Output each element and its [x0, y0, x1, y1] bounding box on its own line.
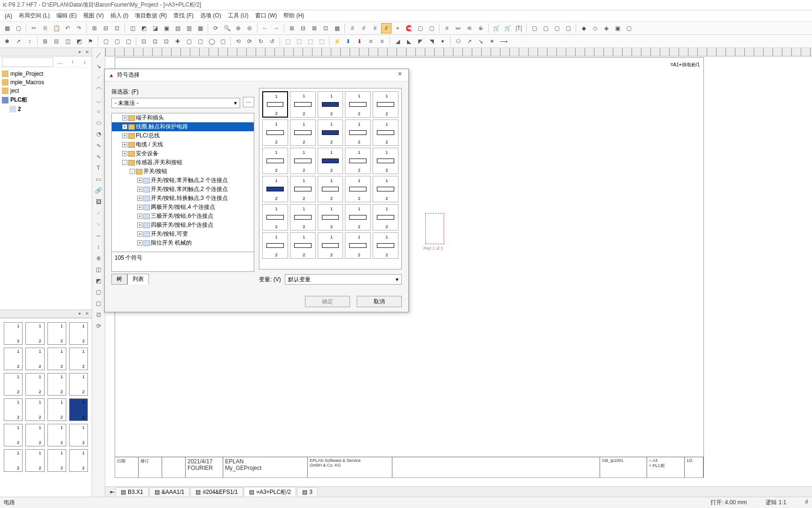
tool-icon[interactable]: ◫	[94, 264, 104, 275]
link-icon[interactable]: 🔗	[94, 185, 104, 196]
tab-list[interactable]: 列表	[127, 274, 149, 285]
person-icon[interactable]: ⚇	[453, 36, 463, 47]
symbol-preview-cell[interactable]: 12	[262, 176, 288, 202]
dialog-titlebar[interactable]: ▲ 符号选择 ✕	[105, 69, 408, 81]
image-icon[interactable]: 🖼	[94, 197, 104, 207]
tool-icon[interactable]: ⊕	[94, 253, 104, 263]
tool-icon[interactable]: ▣	[612, 23, 623, 33]
expand-icon[interactable]: -	[122, 160, 127, 165]
undo-icon[interactable]: ↶	[62, 23, 73, 33]
palette-symbol[interactable]: 12	[4, 348, 23, 370]
tool-icon[interactable]: ◫	[127, 23, 138, 33]
pin-icon[interactable]: ▾	[77, 311, 82, 317]
expand-icon[interactable]: +	[137, 196, 142, 201]
expand-icon[interactable]: +	[122, 151, 127, 156]
expand-icon[interactable]: +	[122, 115, 127, 120]
redo-icon[interactable]: ↷	[74, 23, 84, 33]
tool-icon[interactable]: ▢	[101, 36, 111, 47]
tool-icon[interactable]: ⬇	[354, 36, 365, 47]
tool-icon[interactable]: ▢	[94, 298, 104, 309]
tool-icon[interactable]: ↕	[94, 242, 104, 252]
tool-icon[interactable]: ◢	[392, 36, 403, 47]
tool-icon[interactable]: ▢	[123, 36, 133, 47]
tree-item[interactable]: +电缆 / 天线	[112, 140, 254, 149]
fan-icon[interactable]: ◔	[94, 129, 104, 139]
grid-icon[interactable]: ⊞	[287, 23, 297, 33]
spline-icon[interactable]: ∿	[94, 140, 104, 151]
symbol-preview-cell[interactable]: 12	[345, 148, 371, 174]
expand-icon[interactable]: +	[137, 240, 142, 246]
cut-icon[interactable]: ✂	[29, 23, 39, 33]
tool-icon[interactable]: ▤	[172, 23, 183, 33]
expand-icon[interactable]: +	[137, 205, 142, 210]
tool-icon[interactable]: ✱	[2, 36, 12, 47]
tree-item[interactable]: +端子和插头	[112, 113, 254, 122]
tool-icon[interactable]: ◈	[601, 23, 611, 33]
palette-symbol[interactable]: 12	[69, 322, 88, 345]
tree-item[interactable]: -开关/按钮	[112, 167, 254, 176]
palette-symbol[interactable]: 12	[4, 424, 23, 446]
symbol-preview-cell[interactable]: 12	[318, 204, 344, 230]
tool-icon[interactable]: ⬚	[305, 36, 315, 47]
tool-icon[interactable]: ⊞	[89, 23, 100, 33]
tree-item[interactable]: +三极开关/按钮,6个连接点	[112, 212, 254, 221]
tree-item[interactable]: -传感器,开关和按钮	[112, 158, 254, 167]
tool-icon[interactable]: ↺	[267, 36, 277, 47]
browse-icon[interactable]: …	[55, 57, 65, 67]
palette-symbol[interactable]: 12	[25, 348, 44, 370]
tool-icon[interactable]: ⊕	[233, 23, 243, 33]
symbol-preview-cell[interactable]: 12	[318, 91, 344, 118]
tool-icon[interactable]: ◩	[139, 23, 149, 33]
ellipse-icon[interactable]: ⬭	[94, 118, 104, 128]
tool-icon[interactable]: ⬚	[316, 36, 327, 47]
expand-icon[interactable]: +	[137, 214, 142, 219]
filter-more-button[interactable]: …	[243, 97, 254, 107]
tool-icon[interactable]: ⟍	[94, 219, 104, 230]
symbol-preview-cell[interactable]: 12	[345, 176, 371, 202]
symbol-preview-cell[interactable]: 12	[345, 232, 371, 259]
tool-icon[interactable]: ▢	[540, 23, 551, 33]
menu-item[interactable]: (A)	[2, 12, 15, 20]
pin-icon[interactable]: ▾	[77, 49, 82, 55]
refresh-icon[interactable]: ⟲	[233, 36, 243, 47]
close-icon[interactable]: ✕	[84, 311, 90, 317]
symbol-preview-cell[interactable]: 12	[262, 232, 288, 259]
close-icon[interactable]: ✕	[84, 49, 90, 55]
arc-icon[interactable]: ◠	[94, 84, 104, 94]
tool-icon[interactable]: ▢	[195, 36, 205, 47]
symbol-preview-cell[interactable]: 12	[345, 119, 371, 146]
palette-symbol[interactable]: 12	[4, 449, 23, 472]
text-icon[interactable]: T	[94, 163, 104, 173]
tool-icon[interactable]: ◩	[94, 276, 104, 286]
palette-symbol[interactable]: 12	[4, 373, 23, 396]
tree-item[interactable]: +开关/按钮,常开触点,2 个连接点	[112, 176, 254, 185]
filter-combo[interactable]: - 未激活 -▾	[111, 98, 240, 108]
menu-item[interactable]: 帮助 (H)	[281, 11, 307, 21]
symbol-preview-cell[interactable]: 12	[373, 119, 398, 146]
tool-icon[interactable]: ▢	[552, 23, 562, 33]
menu-item[interactable]: 编辑 (E)	[54, 11, 79, 21]
symbol-preview-cell[interactable]: 12	[290, 119, 316, 146]
tool-icon[interactable]: ◇	[590, 23, 600, 33]
palette-symbol[interactable]: 12	[69, 373, 88, 396]
symbol-preview-cell[interactable]: 12	[290, 232, 316, 259]
symbol-preview-cell[interactable]: 12	[262, 148, 288, 174]
symbol-preview-cell[interactable]: 12	[318, 148, 344, 174]
page-tab[interactable]: ▤=A3+PLC柜/2	[244, 487, 296, 497]
expand-icon[interactable]: +	[137, 187, 142, 192]
polyline-icon[interactable]: ⟋	[94, 72, 104, 83]
symbol-preview-cell[interactable]: 12	[318, 232, 344, 259]
page-tab[interactable]: ▤B3.X1	[116, 487, 148, 496]
tool-icon[interactable]: ▣	[161, 23, 172, 33]
tool-icon[interactable]: ⊖	[244, 23, 255, 33]
line-icon[interactable]: ／	[94, 50, 104, 60]
tool-icon[interactable]: ≡	[366, 36, 376, 47]
symbol-preview-cell[interactable]: 12	[290, 204, 316, 230]
close-icon[interactable]: ✕	[395, 71, 405, 80]
refresh-icon[interactable]: ⟳	[211, 23, 221, 33]
symbol-preview-cell[interactable]: 12	[290, 176, 316, 202]
tool-icon[interactable]: ⬚	[294, 36, 304, 47]
grid-icon[interactable]: ⊡	[320, 23, 331, 33]
symbol-preview-cell[interactable]: 12	[262, 91, 288, 118]
tool-icon[interactable]: ▦	[195, 23, 205, 33]
